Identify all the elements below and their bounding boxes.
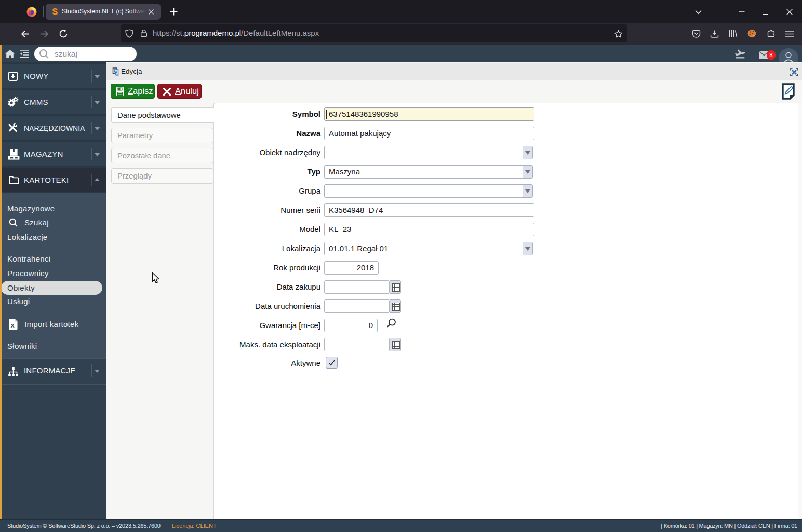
svg-text:x: x bbox=[11, 321, 15, 329]
